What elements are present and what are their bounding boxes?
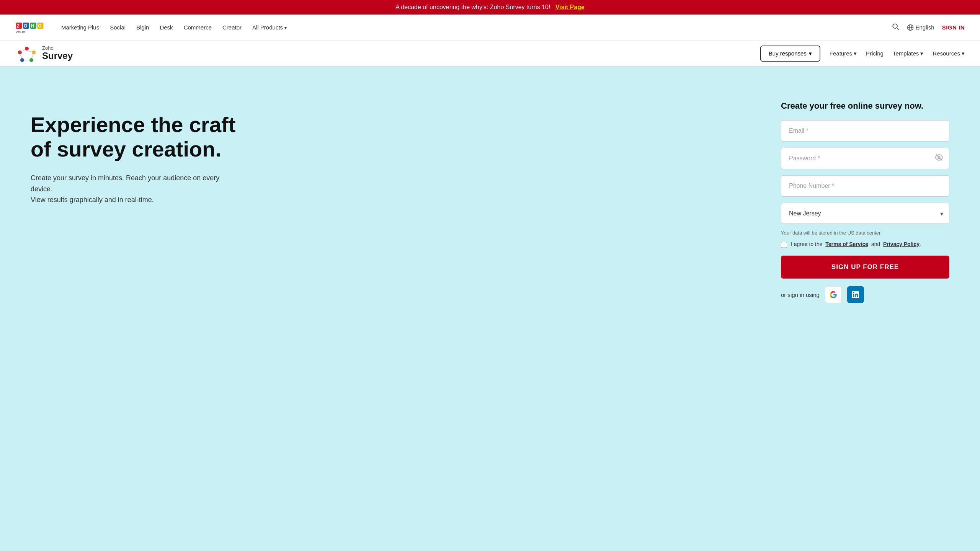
hero-subtitle: Create your survey in minutes. Reach you…	[31, 173, 230, 205]
phone-group	[781, 175, 949, 197]
terms-row: I agree to the Terms of Service and Priv…	[781, 241, 949, 248]
nav-links: Marketing Plus Social Bigin Desk Commerc…	[61, 24, 892, 31]
templates-chevron-icon: ▾	[920, 50, 923, 57]
pricing-nav-button[interactable]: Pricing	[866, 50, 884, 57]
templates-nav-button[interactable]: Templates ▾	[893, 50, 923, 57]
password-toggle-icon[interactable]	[935, 153, 943, 164]
data-notice: Your data will be stored in the US data …	[781, 230, 949, 236]
survey-logo-text: Zoho Survey	[42, 46, 73, 61]
terms-of-service-link[interactable]: Terms of Service	[825, 241, 868, 247]
zoho-logo-svg: Z O H O ZOHO	[15, 20, 46, 35]
buy-responses-chevron-icon: ▾	[809, 50, 812, 57]
announcement-bar: A decade of uncovering the why's: Zoho S…	[0, 0, 980, 15]
form-title: Create your free online survey now.	[781, 101, 949, 111]
all-products-button[interactable]: All Products	[252, 24, 287, 31]
nav-social[interactable]: Social	[110, 24, 126, 31]
state-select[interactable]: New Jersey New York California Texas Flo…	[781, 203, 949, 224]
buy-responses-button[interactable]: Buy responses ▾	[760, 46, 820, 62]
resources-chevron-icon: ▾	[962, 50, 965, 57]
svg-line-10	[897, 28, 899, 30]
social-label: or sign in using	[781, 292, 820, 298]
features-nav-button[interactable]: Features ▾	[830, 50, 857, 57]
state-group: New Jersey New York California Texas Flo…	[781, 203, 949, 224]
nav-bigin[interactable]: Bigin	[136, 24, 149, 31]
nav-commerce[interactable]: Commerce	[184, 24, 212, 31]
svg-text:O: O	[38, 23, 41, 28]
privacy-policy-link[interactable]: Privacy Policy	[883, 241, 920, 247]
terms-checkbox[interactable]	[781, 242, 787, 248]
linkedin-signin-button[interactable]	[847, 286, 864, 303]
phone-input[interactable]	[781, 175, 949, 197]
main-nav: Z O H O ZOHO Marketing Plus Social Bigin…	[0, 15, 980, 41]
zoho-logo[interactable]: Z O H O ZOHO	[15, 20, 46, 35]
social-sign-in: or sign in using	[781, 286, 949, 303]
svg-point-16	[29, 58, 33, 62]
language-button[interactable]: English	[907, 24, 934, 31]
survey-logo[interactable]: Zoho Survey	[15, 44, 73, 63]
hero-title: Experience the craft of survey creation.	[31, 112, 253, 162]
nav-desk[interactable]: Desk	[160, 24, 173, 31]
linkedin-icon	[852, 291, 859, 298]
hero-content: Experience the craft of survey creation.…	[31, 97, 750, 205]
svg-text:ZOHO: ZOHO	[16, 30, 25, 34]
svg-point-17	[20, 58, 24, 62]
sign-in-button[interactable]: SIGN IN	[942, 24, 965, 31]
google-icon	[830, 291, 837, 298]
email-input[interactable]	[781, 120, 949, 142]
features-chevron-icon: ▾	[854, 50, 857, 57]
globe-icon	[907, 24, 914, 31]
nav-right: English SIGN IN	[892, 23, 965, 32]
google-signin-button[interactable]	[825, 286, 842, 303]
svg-point-14	[25, 47, 29, 51]
search-icon[interactable]	[892, 23, 899, 32]
password-group	[781, 148, 949, 169]
nav-creator[interactable]: Creator	[222, 24, 242, 31]
svg-text:O: O	[24, 23, 27, 28]
all-products-chevron-icon	[284, 24, 287, 31]
svg-line-22	[20, 54, 22, 58]
email-group	[781, 120, 949, 142]
signup-button[interactable]: SIGN UP FOR FREE	[781, 256, 949, 279]
survey-nav: Zoho Survey Buy responses ▾ Features ▾ P…	[0, 41, 980, 67]
announcement-text: A decade of uncovering the why's: Zoho S…	[395, 4, 550, 10]
survey-logo-icon	[15, 44, 38, 63]
survey-nav-right: Buy responses ▾ Features ▾ Pricing Templ…	[760, 46, 965, 62]
hero-section: Experience the craft of survey creation.…	[0, 67, 980, 551]
svg-text:Z: Z	[16, 23, 19, 28]
nav-marketing-plus[interactable]: Marketing Plus	[61, 24, 99, 31]
signup-form-container: Create your free online survey now. New …	[781, 97, 949, 303]
resources-nav-button[interactable]: Resources ▾	[933, 50, 965, 57]
svg-text:H: H	[31, 23, 34, 28]
svg-line-20	[31, 54, 34, 58]
password-input[interactable]	[781, 148, 949, 169]
announcement-link[interactable]: Visit Page	[555, 4, 585, 10]
